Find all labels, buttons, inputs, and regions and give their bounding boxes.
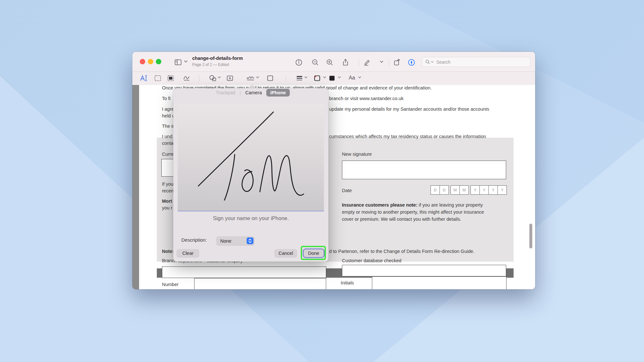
search-placeholder: Search	[436, 60, 450, 65]
markup-toolbar-toggle-icon[interactable]	[408, 59, 415, 66]
markup-divider	[199, 75, 199, 82]
text-selection-icon[interactable]	[140, 74, 147, 82]
preview-window: change-of-details-form Page 2 of 2 — Edi…	[132, 52, 535, 289]
signature-popover: Trackpad | Camera iPhone Sign your name …	[173, 88, 328, 262]
share-icon[interactable]	[342, 59, 349, 66]
toolbar-divider	[389, 60, 389, 66]
date-cell: Y	[471, 186, 479, 194]
doc-line: you r	[162, 205, 172, 210]
doc-line: Curre	[162, 152, 174, 157]
border-color-icon[interactable]	[313, 74, 321, 82]
title-bar: change-of-details-form Page 2 of 2 — Edi…	[132, 52, 535, 72]
date-cell: Y	[497, 186, 507, 194]
doc-line: recen	[162, 188, 174, 193]
annotate-chevron-icon[interactable]	[380, 60, 384, 63]
window-title: change-of-details-form	[192, 56, 243, 61]
branch-dept-field	[162, 266, 326, 278]
zoom-in-icon[interactable]	[326, 59, 334, 66]
zoom-window-button[interactable]	[156, 59, 161, 64]
sketch-icon[interactable]	[183, 74, 191, 82]
number-label: Number	[162, 282, 179, 287]
doc-line: I und	[162, 134, 172, 139]
initials-label: Initials	[341, 280, 354, 285]
customer-db-label: Customer database checked	[342, 258, 402, 263]
done-highlight-annotation	[301, 246, 326, 260]
tab-trackpad[interactable]: Trackpad	[212, 89, 239, 97]
text-box-glyph: A	[229, 76, 231, 80]
fill-color-icon[interactable]	[328, 74, 336, 82]
insurance-note-line3: cover or premium. We will contact you wi…	[342, 217, 461, 222]
date-cell: D	[431, 186, 440, 194]
insurance-note-rest: if you are leaving your property	[418, 202, 483, 208]
rectangle-selection-icon[interactable]	[154, 74, 162, 82]
tab-iphone[interactable]: iPhone	[266, 89, 289, 97]
window-subtitle: Page 2 of 2 — Edited	[192, 62, 229, 67]
fill-color-chevron-icon[interactable]	[338, 76, 341, 79]
date-day-cells: D D	[431, 185, 449, 195]
markup-toolbar: A	[132, 72, 535, 85]
search-input[interactable]: Search	[422, 57, 531, 67]
zoom-out-icon[interactable]	[311, 59, 319, 66]
doc-line: cumstances which affects my tax residenc…	[329, 134, 486, 139]
date-label: Date	[342, 188, 352, 193]
customer-db-field	[342, 265, 506, 276]
annotate-pen-icon[interactable]	[363, 59, 371, 66]
date-cell: D	[440, 186, 449, 194]
doc-line: d to Partenon, refer to the Change of De…	[329, 249, 474, 254]
doc-line: branch or visit www.santander.co.uk	[329, 96, 403, 101]
doc-line: If you	[162, 181, 173, 187]
description-dropdown[interactable]: None	[216, 237, 254, 245]
toolbar-divider	[359, 60, 359, 66]
signature-icon[interactable]	[246, 74, 254, 82]
shapes-chevron-icon[interactable]	[218, 76, 221, 79]
sign-prompt: Sign your name on your iPhone.	[173, 215, 328, 221]
date-cell: Y	[488, 186, 497, 194]
shape-style-chevron-icon[interactable]	[304, 76, 308, 79]
close-window-button[interactable]	[140, 59, 145, 64]
sidebar-toggle-icon[interactable]	[174, 59, 182, 66]
description-label: Description:	[181, 237, 207, 243]
insurance-note-line2: empty or moving to another property, thi…	[342, 209, 484, 215]
markup-divider	[286, 75, 286, 82]
date-cell: Y	[479, 186, 488, 194]
note-icon[interactable]	[266, 74, 274, 82]
doc-line: Mort	[162, 199, 172, 204]
info-icon[interactable]	[295, 59, 303, 66]
text-box-icon[interactable]: A	[226, 74, 234, 82]
search-scope-chevron-icon	[431, 61, 434, 63]
date-cell: M	[451, 186, 459, 194]
clear-button[interactable]: Clear	[177, 249, 199, 257]
new-signature-field	[342, 161, 506, 179]
note-label: Note:	[162, 249, 174, 254]
dropdown-stepper-icon	[247, 237, 253, 244]
search-icon	[425, 60, 430, 64]
signature-source-tabs: Trackpad | Camera iPhone	[173, 88, 328, 97]
doc-line: update my personal details for my Santan…	[329, 107, 489, 112]
redact-icon[interactable]	[167, 74, 175, 82]
doc-line: conta	[162, 141, 173, 146]
vertical-scrollbar[interactable]	[529, 224, 532, 248]
description-value: None	[220, 238, 232, 244]
tab-separator: |	[240, 90, 241, 95]
text-style-icon[interactable]: Aa	[349, 75, 355, 81]
insurance-note-line1: Insurance customers please note: if you …	[342, 202, 483, 208]
doc-line: I agre	[162, 107, 174, 112]
doc-line: To fi	[162, 96, 171, 101]
minimize-window-button[interactable]	[148, 59, 153, 64]
date-month-cells: M M	[450, 185, 469, 195]
date-cell: M	[459, 186, 469, 194]
sidebar-chevron-icon[interactable]	[184, 60, 188, 63]
border-color-chevron-icon[interactable]	[323, 76, 326, 79]
rotate-left-icon[interactable]	[393, 59, 401, 66]
shape-style-icon[interactable]	[296, 74, 303, 82]
tab-camera[interactable]: Camera	[242, 89, 266, 97]
signature-chevron-icon[interactable]	[256, 76, 259, 79]
insurance-note-bold: Insurance customers please note:	[342, 202, 418, 208]
text-style-chevron-icon[interactable]	[358, 76, 361, 79]
signature-drawing	[178, 104, 324, 210]
number-field	[194, 278, 326, 289]
date-year-cells: Y Y Y Y	[470, 185, 507, 195]
cancel-button[interactable]: Cancel	[275, 249, 297, 257]
signature-canvas[interactable]	[178, 104, 324, 211]
shapes-icon[interactable]	[209, 74, 217, 82]
